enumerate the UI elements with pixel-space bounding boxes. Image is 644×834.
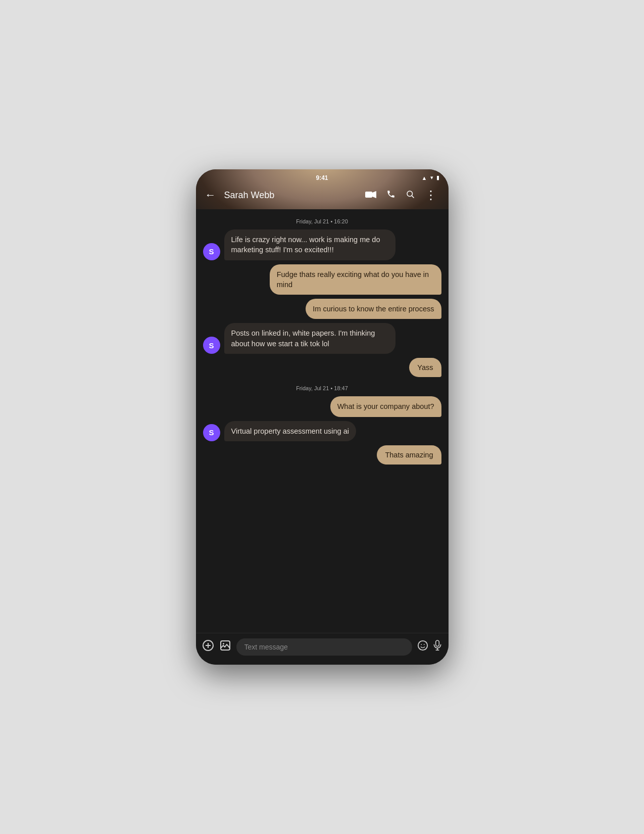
message-text: Yass bbox=[417, 363, 433, 372]
back-button[interactable]: ← bbox=[201, 187, 220, 204]
wifi-icon: ▾ bbox=[430, 174, 433, 181]
message-text: Fudge thats really exciting what do you … bbox=[277, 270, 429, 289]
message-row: S Posts on linked in, white papers. I'm … bbox=[203, 323, 441, 354]
svg-rect-0 bbox=[365, 192, 372, 198]
message-row: Im curious to know the entire process bbox=[203, 299, 441, 319]
avatar: S bbox=[203, 337, 220, 354]
svg-point-10 bbox=[421, 644, 422, 645]
phone-frame: 9:41 ▲ ▾ ▮ ← Sarah Webb ⋮ bbox=[196, 169, 449, 665]
svg-marker-1 bbox=[372, 191, 376, 198]
message-text: What is your company about? bbox=[337, 402, 434, 410]
message-text: Im curious to know the entire process bbox=[313, 305, 434, 313]
phone-call-button[interactable] bbox=[383, 188, 399, 203]
avatar: S bbox=[203, 424, 220, 441]
message-text: Posts on linked in, white papers. I'm th… bbox=[231, 329, 375, 347]
message-row: What is your company about? bbox=[203, 396, 441, 416]
svg-point-8 bbox=[223, 643, 224, 644]
attach-button[interactable] bbox=[219, 639, 231, 655]
svg-point-2 bbox=[407, 191, 413, 197]
message-text: Virtual property assessment using ai bbox=[231, 427, 349, 435]
input-right-icons bbox=[417, 640, 442, 654]
message-row: Fudge thats really exciting what do you … bbox=[203, 264, 441, 295]
signal-icon: ▲ bbox=[422, 175, 427, 181]
nav-bar: ← Sarah Webb ⋮ bbox=[196, 183, 449, 209]
bubble-received: Posts on linked in, white papers. I'm th… bbox=[224, 323, 396, 354]
video-call-button[interactable] bbox=[362, 188, 379, 203]
add-button[interactable] bbox=[202, 639, 214, 655]
more-options-button[interactable]: ⋮ bbox=[422, 186, 440, 204]
chat-area: Friday, Jul 21 • 16:20 S Life is crazy r… bbox=[196, 209, 449, 633]
message-input[interactable] bbox=[236, 638, 412, 656]
status-icons: ▲ ▾ ▮ bbox=[422, 174, 439, 181]
bubble-sent: Im curious to know the entire process bbox=[306, 299, 441, 319]
status-bar: 9:41 ▲ ▾ ▮ bbox=[196, 169, 449, 183]
input-bar bbox=[196, 633, 449, 665]
bubble-sent: Fudge thats really exciting what do you … bbox=[270, 264, 441, 295]
timestamp-1: Friday, Jul 21 • 16:20 bbox=[203, 218, 441, 224]
bubble-sent: What is your company about? bbox=[330, 396, 441, 416]
bubble-received: Life is crazy right now... work is makin… bbox=[224, 229, 396, 260]
emoji-button[interactable] bbox=[417, 640, 428, 654]
timestamp-2: Friday, Jul 21 • 18:47 bbox=[203, 385, 441, 391]
message-text: Thats amazing bbox=[385, 451, 433, 459]
bubble-received: Virtual property assessment using ai bbox=[224, 421, 356, 441]
svg-line-3 bbox=[412, 196, 414, 198]
svg-point-11 bbox=[423, 644, 424, 645]
mic-button[interactable] bbox=[432, 640, 442, 654]
message-row: Yass bbox=[203, 358, 441, 377]
message-row: S Life is crazy right now... work is mak… bbox=[203, 229, 441, 260]
avatar: S bbox=[203, 243, 220, 260]
search-button[interactable] bbox=[403, 188, 418, 203]
message-row: S Virtual property assessment using ai bbox=[203, 421, 441, 441]
message-text: Life is crazy right now... work is makin… bbox=[231, 236, 380, 254]
status-time: 9:41 bbox=[316, 174, 328, 181]
bubble-sent: Yass bbox=[409, 358, 441, 377]
battery-icon: ▮ bbox=[436, 174, 439, 181]
bubble-sent: Thats amazing bbox=[377, 445, 441, 465]
svg-point-9 bbox=[418, 641, 427, 650]
contact-name: Sarah Webb bbox=[224, 190, 358, 201]
message-row: Thats amazing bbox=[203, 445, 441, 465]
svg-rect-12 bbox=[435, 640, 439, 646]
svg-rect-7 bbox=[221, 641, 230, 650]
